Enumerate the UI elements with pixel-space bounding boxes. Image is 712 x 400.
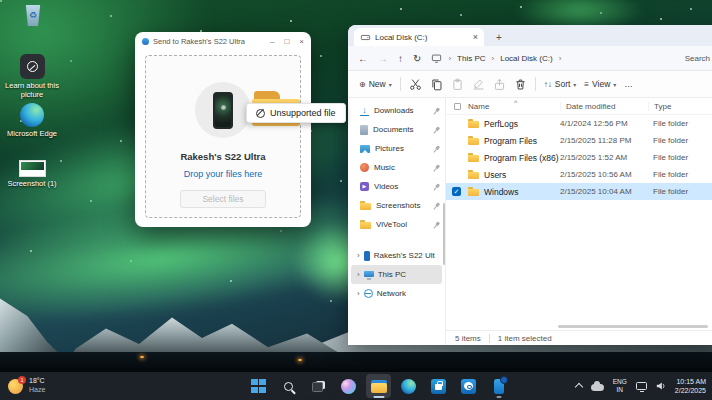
maximize-button[interactable]: □ bbox=[284, 37, 289, 46]
select-all-checkbox[interactable] bbox=[454, 103, 461, 110]
up-icon[interactable]: ↑ bbox=[398, 53, 403, 64]
desktop-icon-learn-about-picture[interactable]: Learn about this picture bbox=[4, 54, 60, 99]
view-button[interactable]: ≡ View ▾ bbox=[584, 79, 616, 89]
desktop-icon-label: Microsoft Edge bbox=[7, 129, 57, 138]
paste-icon[interactable] bbox=[451, 78, 464, 91]
desktop-icon-label: Screenshot (1) bbox=[7, 179, 56, 188]
desktop-icon-recycle-bin[interactable]: ♻ bbox=[13, 5, 53, 26]
file-explorer-window: Local Disk (C:) × + ← → ↑ ↻ › This PC › … bbox=[348, 25, 712, 345]
language-line2: IN bbox=[613, 386, 627, 394]
task-view-button[interactable] bbox=[306, 374, 331, 398]
weather-widget[interactable]: 1 18°C Haze bbox=[8, 372, 45, 400]
pin-icon bbox=[430, 143, 441, 154]
sidebar-item-pictures[interactable]: Pictures bbox=[348, 139, 445, 158]
share-icon[interactable] bbox=[493, 78, 506, 91]
cut-icon[interactable] bbox=[409, 78, 422, 91]
sidebar-item-documents[interactable]: Documents bbox=[348, 120, 445, 139]
selection-count: 1 item selected bbox=[498, 334, 552, 343]
navigation-pane: ↓ Downloads Documents Pictures Music bbox=[348, 98, 445, 345]
store-button[interactable] bbox=[426, 374, 451, 398]
dialog-titlebar[interactable]: Send to Rakesh's S22 Ultra – □ × bbox=[135, 32, 311, 51]
sidebar-item-this-pc[interactable]: › This PC bbox=[351, 265, 442, 284]
village-light bbox=[298, 359, 302, 361]
chevron-right-icon[interactable]: › bbox=[357, 270, 360, 279]
sidebar-item-vivetool[interactable]: ViVeTool bbox=[348, 215, 445, 234]
address-bar: ← → ↑ ↻ › This PC › Local Disk (C:) › Se… bbox=[348, 46, 712, 71]
new-button[interactable]: ⊕ New ▾ bbox=[359, 79, 392, 89]
tab-title: Local Disk (C:) bbox=[375, 33, 469, 42]
tab-local-disk-c[interactable]: Local Disk (C:) × bbox=[354, 28, 484, 46]
tab-close-icon[interactable]: × bbox=[473, 32, 478, 42]
display-icon[interactable] bbox=[636, 382, 647, 390]
chevron-right-icon[interactable]: › bbox=[357, 289, 360, 298]
more-options-button[interactable]: … bbox=[624, 79, 633, 89]
chevron-right-icon[interactable]: › bbox=[357, 251, 360, 260]
file-drop-zone[interactable]: Rakesh's S22 Ultra Drop your files here … bbox=[145, 55, 301, 218]
desktop-icon-screenshot[interactable]: Screenshot (1) bbox=[4, 160, 60, 188]
file-rows: PerfLogs 4/1/2024 12:56 PM File folder P… bbox=[446, 115, 712, 330]
search-button[interactable] bbox=[276, 374, 301, 398]
copilot-button[interactable] bbox=[336, 374, 361, 398]
sidebar-item-downloads[interactable]: ↓ Downloads bbox=[348, 101, 445, 120]
select-files-button[interactable]: Select files bbox=[180, 190, 266, 208]
phone-thumbnail-icon bbox=[213, 92, 233, 129]
taskbar-center-icons bbox=[246, 372, 511, 400]
minimize-button[interactable]: – bbox=[270, 37, 274, 46]
desktop-icon-microsoft-edge[interactable]: Microsoft Edge bbox=[4, 103, 60, 138]
rename-icon[interactable] bbox=[472, 78, 485, 91]
file-name: Users bbox=[479, 170, 560, 180]
delete-icon[interactable] bbox=[514, 78, 527, 91]
column-header-type[interactable]: Type bbox=[648, 102, 712, 111]
running-indicator bbox=[496, 396, 501, 398]
sidebar-item-phone-device[interactable]: › Rakesh's S22 Ult bbox=[351, 246, 442, 265]
outlook-button[interactable] bbox=[456, 374, 481, 398]
sidebar-item-music[interactable]: Music bbox=[348, 158, 445, 177]
breadcrumb-this-pc[interactable]: This PC bbox=[457, 54, 485, 63]
edge-button[interactable] bbox=[396, 374, 421, 398]
table-row-program-files-x86[interactable]: Program Files (x86) 2/15/2025 1:52 AM Fi… bbox=[446, 149, 712, 166]
sidebar-item-videos[interactable]: ▶ Videos bbox=[348, 177, 445, 196]
phone-link-app-icon bbox=[142, 38, 149, 45]
breadcrumb-local-disk[interactable]: Local Disk (C:) bbox=[500, 54, 552, 63]
tab-strip: Local Disk (C:) × + bbox=[348, 25, 712, 46]
view-lines-icon: ≡ bbox=[584, 80, 589, 89]
refresh-icon[interactable]: ↻ bbox=[413, 53, 421, 64]
horizontal-scrollbar[interactable] bbox=[558, 325, 708, 328]
forward-icon[interactable]: → bbox=[378, 53, 388, 64]
phone-link-button[interactable] bbox=[486, 374, 511, 398]
close-button[interactable]: × bbox=[299, 37, 304, 46]
sidebar-item-label: Documents bbox=[373, 125, 427, 134]
language-indicator[interactable]: ENG IN bbox=[613, 378, 627, 394]
file-name: Windows bbox=[479, 187, 560, 197]
column-header-date-modified[interactable]: Date modified bbox=[560, 102, 648, 111]
back-icon[interactable]: ← bbox=[358, 53, 368, 64]
file-name: Program Files bbox=[479, 136, 560, 146]
clock[interactable]: 10:15 AM 2/22/2025 bbox=[675, 377, 706, 395]
row-checkbox-checked[interactable]: ✓ bbox=[452, 187, 461, 196]
screenshot-thumbnail-icon bbox=[19, 160, 46, 177]
hidden-icons-chevron-icon[interactable] bbox=[575, 383, 583, 391]
column-header-name[interactable]: Name ^ bbox=[468, 102, 560, 111]
file-type: File folder bbox=[648, 153, 712, 162]
table-row-program-files[interactable]: Program Files 2/15/2025 11:28 PM File fo… bbox=[446, 132, 712, 149]
copy-icon[interactable] bbox=[430, 78, 443, 91]
search-input[interactable]: Search bbox=[685, 54, 710, 63]
speaker-icon[interactable] bbox=[656, 381, 666, 391]
table-row-perflogs[interactable]: PerfLogs 4/1/2024 12:56 PM File folder bbox=[446, 115, 712, 132]
unsupported-file-tooltip: Unsupported file bbox=[246, 103, 346, 123]
start-button[interactable] bbox=[246, 374, 271, 398]
table-row-windows-selected[interactable]: ✓ Windows 2/15/2025 10:04 AM File folder bbox=[446, 183, 712, 200]
table-row-users[interactable]: Users 2/15/2025 10:56 AM File folder bbox=[446, 166, 712, 183]
drive-icon bbox=[360, 32, 371, 43]
onedrive-cloud-icon[interactable] bbox=[591, 384, 604, 391]
folder-icon bbox=[468, 136, 479, 145]
item-count: 5 items bbox=[455, 334, 481, 343]
sort-button[interactable]: ↑↓ Sort ▾ bbox=[544, 79, 577, 89]
chevron-right-icon: › bbox=[448, 54, 451, 63]
chevron-down-icon: ▾ bbox=[613, 81, 616, 88]
file-explorer-button[interactable] bbox=[366, 374, 391, 398]
sidebar-item-screenshots[interactable]: Screenshots bbox=[348, 196, 445, 215]
sidebar-item-network[interactable]: › Network bbox=[351, 284, 442, 303]
new-tab-button[interactable]: + bbox=[496, 32, 502, 43]
file-type: File folder bbox=[648, 119, 712, 128]
